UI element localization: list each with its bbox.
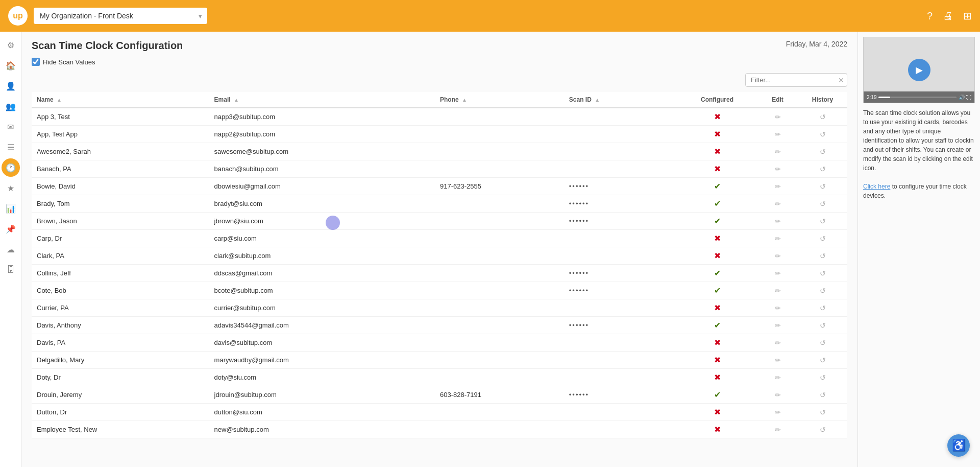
cell-history[interactable]: ↺ — [798, 421, 847, 438]
edit-icon[interactable]: ✏ — [775, 391, 781, 399]
edit-icon[interactable]: ✏ — [775, 165, 781, 173]
sidebar-item-star[interactable]: ★ — [2, 179, 20, 197]
video-thumbnail[interactable]: ▶ 2:19 🔊 ⛶ — [863, 37, 975, 103]
cell-edit[interactable]: ✏ — [757, 178, 798, 195]
edit-icon[interactable]: ✏ — [775, 304, 781, 312]
history-icon[interactable]: ↺ — [820, 217, 826, 225]
cell-edit[interactable]: ✏ — [757, 299, 798, 317]
cell-history[interactable]: ↺ — [798, 126, 847, 143]
history-icon[interactable]: ↺ — [820, 408, 826, 416]
cell-edit[interactable]: ✏ — [757, 230, 798, 247]
edit-icon[interactable]: ✏ — [775, 200, 781, 208]
sidebar-item-users[interactable]: 👤 — [2, 77, 20, 95]
edit-icon[interactable]: ✏ — [775, 339, 781, 347]
accessibility-button[interactable]: ♿ — [947, 434, 970, 457]
cell-history[interactable]: ↺ — [798, 369, 847, 386]
edit-icon[interactable]: ✏ — [775, 426, 781, 434]
edit-icon[interactable]: ✏ — [775, 408, 781, 416]
app-logo[interactable]: up — [8, 6, 28, 26]
history-icon[interactable]: ↺ — [820, 269, 826, 277]
edit-icon[interactable]: ✏ — [775, 113, 781, 121]
cell-edit[interactable]: ✏ — [757, 143, 798, 160]
video-progress-bar[interactable] — [878, 97, 957, 98]
history-icon[interactable]: ↺ — [820, 287, 826, 295]
edit-icon[interactable]: ✏ — [775, 321, 781, 330]
cell-edit[interactable]: ✏ — [757, 108, 798, 126]
cell-edit[interactable]: ✏ — [757, 404, 798, 421]
sidebar-item-list[interactable]: ☰ — [2, 138, 20, 156]
cell-history[interactable]: ↺ — [798, 265, 847, 282]
edit-icon[interactable]: ✏ — [775, 356, 781, 364]
print-icon[interactable]: 🖨 — [943, 10, 953, 22]
sidebar-item-pin[interactable]: 📌 — [2, 220, 20, 238]
cell-history[interactable]: ↺ — [798, 143, 847, 160]
cell-history[interactable]: ↺ — [798, 282, 847, 299]
edit-icon[interactable]: ✏ — [775, 182, 781, 191]
sidebar-item-group[interactable]: 👥 — [2, 97, 20, 115]
edit-icon[interactable]: ✏ — [775, 235, 781, 243]
history-icon[interactable]: ↺ — [820, 339, 826, 347]
cell-edit[interactable]: ✏ — [757, 352, 798, 369]
cell-edit[interactable]: ✏ — [757, 213, 798, 230]
history-icon[interactable]: ↺ — [820, 182, 826, 191]
cell-history[interactable]: ↺ — [798, 108, 847, 126]
cell-edit[interactable]: ✏ — [757, 386, 798, 404]
cell-history[interactable]: ↺ — [798, 195, 847, 213]
sidebar-item-chart[interactable]: 📊 — [2, 199, 20, 218]
edit-icon[interactable]: ✏ — [775, 130, 781, 138]
history-icon[interactable]: ↺ — [820, 252, 826, 260]
history-icon[interactable]: ↺ — [820, 130, 826, 138]
cell-edit[interactable]: ✏ — [757, 160, 798, 178]
cell-edit[interactable]: ✏ — [757, 126, 798, 143]
col-header-name[interactable]: Name ▲ — [32, 92, 209, 108]
cell-history[interactable]: ↺ — [798, 386, 847, 404]
cell-history[interactable]: ↺ — [798, 317, 847, 334]
cell-history[interactable]: ↺ — [798, 299, 847, 317]
sidebar-item-envelope[interactable]: ✉ — [2, 118, 20, 136]
history-icon[interactable]: ↺ — [820, 356, 826, 364]
cell-edit[interactable]: ✏ — [757, 369, 798, 386]
cell-history[interactable]: ↺ — [798, 404, 847, 421]
col-header-phone[interactable]: Phone ▲ — [435, 92, 564, 108]
cell-history[interactable]: ↺ — [798, 213, 847, 230]
cell-edit[interactable]: ✏ — [757, 421, 798, 438]
filter-clear-icon[interactable]: ✕ — [838, 76, 844, 84]
cell-edit[interactable]: ✏ — [757, 317, 798, 334]
sidebar-item-home[interactable]: 🏠 — [2, 56, 20, 75]
cell-edit[interactable]: ✏ — [757, 265, 798, 282]
cell-edit[interactable]: ✏ — [757, 282, 798, 299]
cell-history[interactable]: ↺ — [798, 247, 847, 265]
history-icon[interactable]: ↺ — [820, 113, 826, 121]
cell-history[interactable]: ↺ — [798, 178, 847, 195]
history-icon[interactable]: ↺ — [820, 165, 826, 173]
history-icon[interactable]: ↺ — [820, 148, 826, 156]
grid-icon[interactable]: ⊞ — [963, 10, 972, 22]
sidebar-item-cloud[interactable]: ☁ — [2, 240, 20, 259]
filter-input[interactable] — [745, 73, 847, 87]
video-play-button[interactable]: ▶ — [908, 59, 930, 81]
edit-icon[interactable]: ✏ — [775, 217, 781, 225]
hide-scan-checkbox[interactable] — [32, 58, 40, 66]
edit-icon[interactable]: ✏ — [775, 373, 781, 382]
history-icon[interactable]: ↺ — [820, 426, 826, 434]
org-selector[interactable]: My Organization - Front Desk — [34, 8, 207, 24]
col-header-scanid[interactable]: Scan ID ▲ — [564, 92, 677, 108]
sidebar-item-archive[interactable]: 🗄 — [2, 261, 20, 279]
history-icon[interactable]: ↺ — [820, 304, 826, 312]
cell-edit[interactable]: ✏ — [757, 247, 798, 265]
sidebar-item-settings[interactable]: ⚙ — [2, 36, 20, 54]
sidebar-item-clock[interactable]: 🕐 — [2, 158, 20, 177]
click-here-link[interactable]: Click here — [863, 183, 890, 190]
cell-history[interactable]: ↺ — [798, 230, 847, 247]
history-icon[interactable]: ↺ — [820, 200, 826, 208]
help-icon[interactable]: ? — [927, 10, 933, 22]
history-icon[interactable]: ↺ — [820, 373, 826, 382]
edit-icon[interactable]: ✏ — [775, 252, 781, 260]
edit-icon[interactable]: ✏ — [775, 148, 781, 156]
cell-history[interactable]: ↺ — [798, 334, 847, 352]
cell-edit[interactable]: ✏ — [757, 334, 798, 352]
history-icon[interactable]: ↺ — [820, 235, 826, 243]
cell-history[interactable]: ↺ — [798, 160, 847, 178]
cell-edit[interactable]: ✏ — [757, 195, 798, 213]
col-header-email[interactable]: Email ▲ — [209, 92, 435, 108]
